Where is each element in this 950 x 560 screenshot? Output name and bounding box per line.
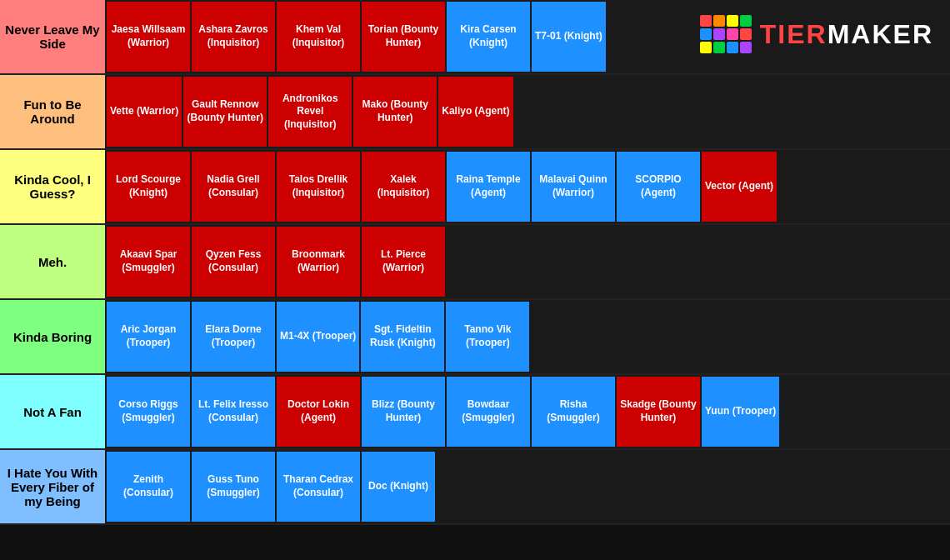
tier-card[interactable]: Risha (Smuggler) bbox=[532, 377, 615, 447]
tiermaker-logo: TIERMAKER bbox=[700, 15, 933, 53]
logo-cell bbox=[740, 28, 752, 40]
tier-card[interactable]: SCORPIO (Agent) bbox=[617, 152, 700, 222]
tier-card[interactable]: Raina Temple (Agent) bbox=[447, 152, 530, 222]
tier-card[interactable]: Gault Rennow (Bounty Hunter) bbox=[183, 77, 267, 147]
logo-cell bbox=[727, 42, 738, 53]
tier-card[interactable]: Skadge (Bounty Hunter) bbox=[617, 377, 700, 447]
tier-card[interactable]: Guss Tuno (Smuggler) bbox=[192, 452, 275, 522]
tier-items-fun: Vette (Warrior)Gault Rennow (Bounty Hunt… bbox=[105, 75, 950, 148]
tier-card[interactable]: Ashara Zavros (Inquisitor) bbox=[192, 2, 275, 72]
tier-card[interactable]: Nadia Grell (Consular) bbox=[192, 152, 275, 222]
tier-card[interactable]: Lt. Pierce (Warrior) bbox=[362, 227, 445, 297]
logo-cell bbox=[740, 42, 752, 53]
tier-row-hate: I Hate You With Every Fiber of my BeingZ… bbox=[0, 450, 950, 525]
logo-cell bbox=[713, 42, 725, 53]
tier-label-fun: Fun to Be Around bbox=[0, 75, 105, 148]
tier-card[interactable]: Elara Dorne (Trooper) bbox=[192, 302, 275, 372]
tier-card[interactable]: Lord Scourge (Knight) bbox=[107, 152, 190, 222]
tier-card[interactable]: Broonmark (Warrior) bbox=[277, 227, 360, 297]
tier-card[interactable]: Khem Val (Inquisitor) bbox=[277, 2, 360, 72]
tier-row-fun: Fun to Be AroundVette (Warrior)Gault Ren… bbox=[0, 75, 950, 150]
tier-card[interactable]: Blizz (Bounty Hunter) bbox=[362, 377, 445, 447]
tier-card[interactable]: Xalek (Inquisitor) bbox=[362, 152, 445, 222]
tier-label-meh: Meh. bbox=[0, 225, 105, 298]
tier-card[interactable]: Jaesa Willsaam (Warrior) bbox=[107, 2, 190, 72]
tier-label-not-fan: Not A Fan bbox=[0, 375, 105, 448]
tier-card[interactable]: Torian (Bounty Hunter) bbox=[362, 2, 445, 72]
tier-card[interactable]: Corso Riggs (Smuggler) bbox=[107, 377, 190, 447]
tier-list-container: TIERMAKER Never Leave My SideJaesa Wills… bbox=[0, 0, 950, 525]
tier-card[interactable]: Tharan Cedrax (Consular) bbox=[277, 452, 360, 522]
tier-label-boring: Kinda Boring bbox=[0, 300, 105, 373]
tier-card[interactable]: Doc (Knight) bbox=[362, 452, 435, 522]
tier-card[interactable]: Talos Drellik (Inquisitor) bbox=[277, 152, 360, 222]
tier-card[interactable]: Vette (Warrior) bbox=[107, 77, 182, 147]
logo-cell bbox=[727, 15, 738, 27]
tier-card[interactable]: Bowdaar (Smuggler) bbox=[447, 377, 530, 447]
logo-cell bbox=[700, 42, 712, 53]
logo-grid-icon bbox=[700, 15, 752, 53]
tier-card[interactable]: Lt. Felix Iresso (Consular) bbox=[192, 377, 275, 447]
tier-label-kinda-cool: Kinda Cool, I Guess? bbox=[0, 150, 105, 223]
tier-table: Never Leave My SideJaesa Willsaam (Warri… bbox=[0, 0, 950, 525]
tier-row-boring: Kinda BoringAric Jorgan (Trooper)Elara D… bbox=[0, 300, 950, 375]
tier-row-kinda-cool: Kinda Cool, I Guess?Lord Scourge (Knight… bbox=[0, 150, 950, 225]
tier-card[interactable]: Sgt. Fideltin Rusk (Knight) bbox=[361, 302, 444, 372]
tier-items-meh: Akaavi Spar (Smuggler)Qyzen Fess (Consul… bbox=[105, 225, 950, 298]
tier-items-kinda-cool: Lord Scourge (Knight)Nadia Grell (Consul… bbox=[105, 150, 950, 223]
logo-cell bbox=[700, 15, 712, 27]
logo-cell bbox=[700, 28, 712, 40]
logo-text: TIERMAKER bbox=[760, 19, 933, 50]
tier-items-not-fan: Corso Riggs (Smuggler)Lt. Felix Iresso (… bbox=[105, 375, 950, 448]
tier-card[interactable]: Malavai Quinn (Warrior) bbox=[532, 152, 615, 222]
tier-items-boring: Aric Jorgan (Trooper)Elara Dorne (Troope… bbox=[105, 300, 950, 373]
logo-maker: MAKER bbox=[828, 19, 933, 49]
logo-cell bbox=[713, 28, 725, 40]
tier-card[interactable]: T7-01 (Knight) bbox=[532, 2, 606, 72]
logo-tier: TIER bbox=[760, 19, 828, 49]
tier-card[interactable]: M1-4X (Trooper) bbox=[277, 302, 359, 372]
tier-card[interactable]: Andronikos Revel (Inquisitor) bbox=[268, 77, 352, 147]
logo-cell bbox=[727, 28, 738, 40]
logo-cell bbox=[713, 15, 725, 27]
tier-card[interactable]: Tanno Vik (Trooper) bbox=[446, 302, 529, 372]
tier-row-not-fan: Not A FanCorso Riggs (Smuggler)Lt. Felix… bbox=[0, 375, 950, 450]
tier-card[interactable]: Akaavi Spar (Smuggler) bbox=[107, 227, 190, 297]
tier-label-hate: I Hate You With Every Fiber of my Being bbox=[0, 450, 105, 523]
tier-card[interactable]: Doctor Lokin (Agent) bbox=[277, 377, 360, 447]
tier-card[interactable]: Qyzen Fess (Consular) bbox=[192, 227, 275, 297]
tier-card[interactable]: Kaliyo (Agent) bbox=[438, 77, 512, 147]
tier-card[interactable]: Zenith (Consular) bbox=[107, 452, 190, 522]
tier-label-never: Never Leave My Side bbox=[0, 0, 105, 73]
tier-card[interactable]: Vector (Agent) bbox=[702, 152, 777, 222]
tier-items-hate: Zenith (Consular)Guss Tuno (Smuggler)Tha… bbox=[105, 450, 950, 523]
tier-card[interactable]: Yuun (Trooper) bbox=[702, 377, 779, 447]
tier-card[interactable]: Kira Carsen (Knight) bbox=[447, 2, 530, 72]
tier-card[interactable]: Aric Jorgan (Trooper) bbox=[107, 302, 190, 372]
tier-card[interactable]: Mako (Bounty Hunter) bbox=[353, 77, 437, 147]
tier-row-meh: Meh.Akaavi Spar (Smuggler)Qyzen Fess (Co… bbox=[0, 225, 950, 300]
logo-cell bbox=[740, 15, 752, 27]
